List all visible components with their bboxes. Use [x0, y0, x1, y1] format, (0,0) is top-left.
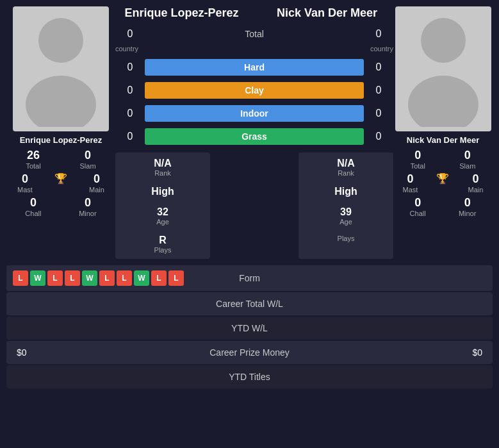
right-main-value: 0: [468, 172, 484, 186]
right-plays-item: Plays: [304, 235, 388, 242]
right-main-cell: 0 Main: [468, 172, 484, 194]
form-badge-l: L: [151, 270, 167, 286]
form-label: Form: [211, 273, 288, 283]
ytd-wl-label: YTD W/L: [186, 323, 314, 333]
right-rank-item: N/A Rank: [304, 158, 388, 177]
left-stats-row2: 0 Mast 🏆 0 Main: [6, 172, 115, 194]
left-slam-cell: 0 Slam: [80, 149, 96, 170]
clay-left-score: 0: [120, 85, 140, 96]
left-high-item: High: [120, 186, 205, 197]
left-total-cell: 26 Total: [26, 149, 40, 170]
right-total-label: Total: [411, 162, 425, 170]
right-mast-value: 0: [403, 172, 418, 186]
right-header-name: Nick Van Der Meer: [261, 6, 393, 21]
right-plays-label: Plays: [304, 235, 388, 242]
right-chall-cell: 0 Chall: [410, 196, 426, 217]
ytd-titles-row: YTD Titles: [6, 365, 493, 388]
form-badge-l: L: [168, 270, 184, 286]
clay-btn[interactable]: Clay: [145, 82, 364, 99]
right-minor-label: Minor: [459, 210, 477, 217]
hard-row: 0 Hard 0: [115, 56, 393, 78]
career-prize-right: $0: [314, 347, 483, 358]
center-panel: Enrique Lopez-Perez Nick Van Der Meer 0 …: [115, 6, 393, 259]
left-mast-value: 0: [17, 172, 33, 186]
left-plays-value: R: [120, 235, 205, 246]
svg-point-3: [408, 76, 479, 127]
left-total-label: Total: [26, 162, 40, 170]
left-slam-label: Slam: [80, 162, 96, 170]
grass-btn[interactable]: Grass: [145, 128, 364, 145]
right-rank-label: Rank: [304, 169, 388, 177]
career-prize-label: Career Prize Money: [186, 347, 314, 358]
left-main-cell: 0 Main: [89, 172, 104, 194]
right-stats-row3: 0 Chall 0 Minor: [393, 196, 493, 217]
form-badge-w: W: [82, 270, 97, 286]
left-slam-value: 0: [80, 149, 96, 162]
left-chall-cell: 0 Chall: [25, 196, 41, 217]
total-right-score: 0: [369, 28, 388, 40]
indoor-row: 0 Indoor 0: [115, 103, 393, 124]
form-badge-l: L: [13, 270, 28, 286]
left-plays-item: R Plays: [120, 235, 205, 254]
form-badge-w: W: [134, 270, 149, 286]
right-age-label: Age: [304, 218, 388, 226]
ytd-wl-row: YTD W/L: [6, 317, 493, 340]
left-age-item: 32 Age: [120, 206, 205, 226]
hard-btn[interactable]: Hard: [145, 59, 364, 76]
total-left-score: 0: [120, 28, 140, 40]
left-chall-label: Chall: [25, 210, 41, 217]
indoor-right-score: 0: [369, 108, 388, 119]
hard-right-score: 0: [369, 62, 388, 73]
right-age-value: 39: [304, 206, 388, 218]
right-high-value: High: [304, 186, 388, 197]
right-country: country: [370, 45, 393, 53]
left-rank-value: N/A: [120, 158, 205, 169]
form-badges: LWLLWLLWLL: [13, 270, 211, 286]
right-mast-label: Mast: [403, 186, 418, 194]
left-main-label: Main: [89, 186, 104, 194]
left-trophy-cell: 🏆: [54, 172, 67, 194]
right-stats-row1: 0 Total 0 Slam: [393, 149, 493, 170]
form-badge-l: L: [65, 270, 80, 286]
right-chall-label: Chall: [410, 210, 426, 217]
left-mast-cell: 0 Mast: [17, 172, 33, 194]
clay-row: 0 Clay 0: [115, 79, 393, 101]
right-trophy-cell: 🏆: [436, 172, 449, 194]
svg-point-1: [26, 76, 96, 127]
left-stats-row1: 26 Total 0 Slam: [6, 149, 115, 170]
left-header-name: Enrique Lopez-Perez: [115, 6, 248, 21]
left-country: country: [115, 45, 138, 53]
form-row: LWLLWLLWLL Form: [6, 265, 493, 291]
left-stats-row3: 0 Chall 0 Minor: [6, 196, 115, 217]
indoor-btn[interactable]: Indoor: [145, 105, 364, 122]
right-player-name: Nick Van Der Meer: [407, 135, 479, 145]
form-badge-w: W: [30, 270, 45, 286]
right-main-label: Main: [468, 186, 484, 194]
right-rank-value: N/A: [304, 158, 388, 169]
surface-rows: 0 Hard 0 0 Clay 0 0 Indoor 0: [115, 56, 393, 147]
right-minor-value: 0: [459, 196, 477, 210]
career-total-label: Career Total W/L: [186, 299, 314, 309]
total-row: 0 Total 0: [115, 26, 393, 42]
svg-point-2: [421, 18, 466, 63]
left-age-label: Age: [120, 218, 205, 226]
grass-left-score: 0: [120, 131, 140, 142]
left-high-value: High: [120, 186, 205, 197]
left-minor-value: 0: [79, 196, 97, 210]
form-badge-l: L: [99, 270, 115, 286]
hard-left-score: 0: [120, 62, 140, 73]
right-high-item: High: [304, 186, 388, 197]
career-prize-row: $0 Career Prize Money $0: [6, 341, 493, 364]
info-panels: N/A Rank High 32 Age R Plays: [115, 153, 393, 259]
right-minor-cell: 0 Minor: [459, 196, 477, 217]
career-total-wl-row: Career Total W/L: [6, 292, 493, 315]
right-player-card: Nick Van Der Meer 0 Total 0 Slam 0 Mast …: [393, 6, 493, 259]
left-chall-value: 0: [25, 196, 41, 210]
career-prize-left: $0: [17, 347, 186, 358]
left-trophy-icon: 🏆: [54, 173, 67, 184]
right-trophy-icon: 🏆: [436, 173, 449, 184]
right-slam-cell: 0 Slam: [459, 149, 475, 170]
indoor-left-score: 0: [120, 108, 140, 119]
right-stats-row2: 0 Mast 🏆 0 Main: [393, 172, 493, 194]
right-info-panel: N/A Rank High 39 Age Plays: [299, 153, 393, 259]
